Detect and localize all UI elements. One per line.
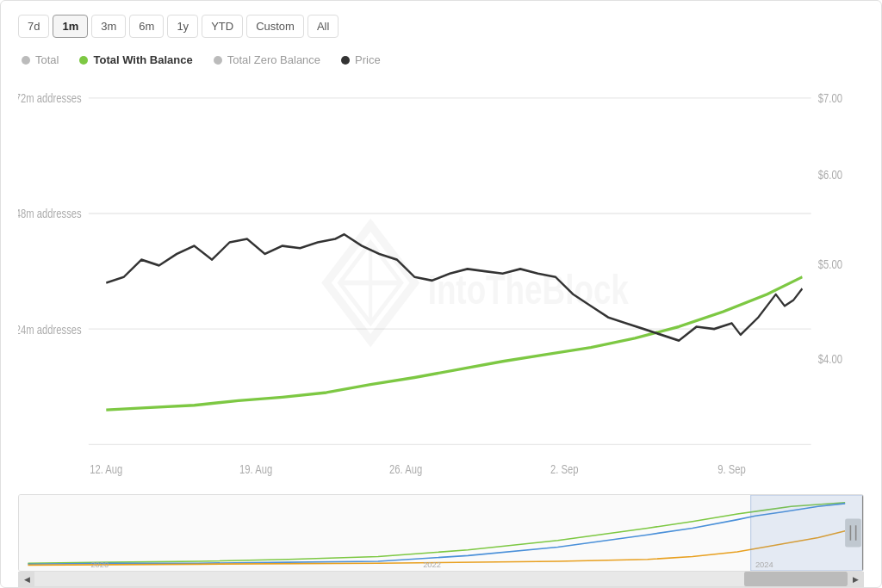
total-with-balance-dot (79, 56, 88, 65)
chart-legend: Total Total With Balance Total Zero Bala… (18, 53, 864, 66)
btn-3m[interactable]: 3m (91, 15, 126, 38)
svg-text:72m addresses: 72m addresses (18, 91, 82, 106)
svg-text:9. Sep: 9. Sep (717, 461, 746, 476)
btn-1m[interactable]: 1m (53, 15, 88, 38)
btn-ytd[interactable]: YTD (202, 15, 243, 38)
svg-rect-21 (19, 495, 863, 571)
btn-6m[interactable]: 6m (129, 15, 164, 38)
svg-text:24m addresses: 24m addresses (18, 322, 82, 337)
scroll-right-arrow[interactable]: ▶ (848, 572, 863, 587)
total-label: Total (35, 53, 59, 66)
main-chart-svg: 72m addresses 48m addresses 24m addresse… (18, 75, 864, 491)
scrollbar[interactable]: ◀ ▶ (18, 572, 864, 587)
btn-1y[interactable]: 1y (167, 15, 198, 38)
svg-text:19. Aug: 19. Aug (239, 461, 272, 476)
legend-total-with-balance: Total With Balance (79, 53, 192, 66)
price-dot (341, 56, 350, 65)
svg-text:2. Sep: 2. Sep (550, 461, 579, 476)
total-dot (22, 56, 30, 65)
scroll-left-arrow[interactable]: ◀ (19, 572, 34, 587)
scroll-thumb[interactable] (744, 572, 848, 586)
svg-text:12. Aug: 12. Aug (90, 461, 122, 476)
legend-price: Price (341, 53, 381, 66)
scroll-track[interactable] (34, 572, 848, 586)
time-range-selector: 7d 1m 3m 6m 1y YTD Custom All (18, 15, 864, 38)
svg-text:$7.00: $7.00 (818, 91, 842, 106)
svg-text:$6.00: $6.00 (818, 167, 842, 182)
btn-custom[interactable]: Custom (246, 15, 304, 38)
svg-text:2020: 2020 (90, 559, 109, 568)
main-chart: 72m addresses 48m addresses 24m addresse… (18, 75, 864, 491)
btn-7d[interactable]: 7d (18, 15, 49, 38)
btn-all[interactable]: All (307, 15, 339, 38)
mini-chart-container[interactable]: 2020 2022 2024 (18, 494, 864, 572)
legend-total-zero-balance: Total Zero Balance (214, 53, 320, 66)
svg-text:26. Aug: 26. Aug (389, 461, 422, 476)
svg-text:$4.00: $4.00 (818, 352, 842, 367)
price-label: Price (355, 53, 381, 66)
total-zero-balance-label: Total Zero Balance (227, 53, 320, 66)
svg-rect-24 (845, 519, 861, 548)
total-with-balance-label: Total With Balance (93, 53, 192, 66)
svg-text:2022: 2022 (423, 559, 441, 568)
chart-container: 7d 1m 3m 6m 1y YTD Custom All Total Tota… (0, 0, 882, 588)
total-zero-balance-dot (214, 56, 222, 65)
svg-text:IntoTheBlock: IntoTheBlock (428, 266, 629, 313)
legend-total: Total (22, 53, 59, 66)
mini-chart-svg: 2020 2022 2024 (19, 495, 863, 571)
svg-text:$5.00: $5.00 (818, 257, 842, 272)
chart-area: 72m addresses 48m addresses 24m addresse… (18, 75, 864, 587)
svg-text:48m addresses: 48m addresses (18, 207, 82, 221)
svg-text:2024: 2024 (755, 559, 773, 568)
